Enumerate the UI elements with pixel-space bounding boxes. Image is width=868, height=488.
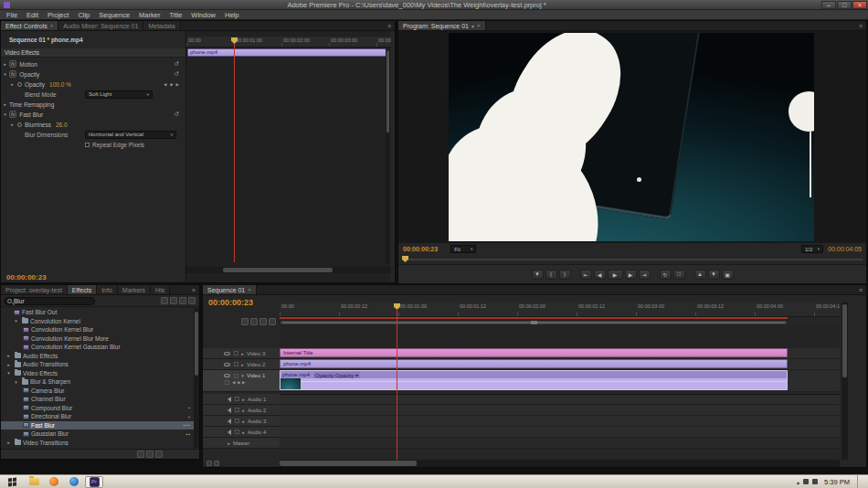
set-encore-chapter-icon[interactable] (250, 318, 258, 325)
toggle-track-audio-icon[interactable] (225, 419, 231, 424)
track-lane-video-2[interactable]: phone.mp4 (280, 359, 840, 370)
tab-project[interactable]: Project: overlay-test (1, 285, 68, 294)
maximize-button[interactable]: □ (837, 1, 852, 9)
chevron-down-icon[interactable]: ▾ (471, 23, 474, 29)
toggle-track-output-icon[interactable] (224, 363, 230, 366)
track-lane-video-1[interactable]: phone.mp4 Opacity:Opacity ▾ (280, 370, 840, 392)
add-keyframe-icon[interactable]: ◆ (237, 380, 239, 385)
twirl-icon[interactable]: ▾ (5, 370, 13, 376)
zoom-in-icon[interactable] (214, 461, 219, 466)
snap-icon[interactable] (241, 318, 249, 325)
twirl-icon[interactable]: ▸ (8, 81, 16, 87)
timeline-playhead[interactable] (397, 309, 397, 460)
search-input[interactable] (14, 298, 85, 304)
tab-history[interactable]: His (151, 285, 170, 294)
mark-in-button[interactable]: { (545, 270, 557, 280)
taskbar-firefox-icon[interactable] (45, 476, 63, 488)
edit-workspaces-icon[interactable] (269, 318, 276, 325)
twirl-icon[interactable]: ▸ (239, 397, 248, 402)
track-lane-video-3[interactable]: Internal Title (280, 348, 840, 359)
tray-volume-icon[interactable] (812, 479, 818, 484)
tree-item-channel-blur[interactable]: Channel Blur (1, 395, 194, 404)
effects-v-scrollbar-thumb[interactable] (195, 312, 198, 376)
mark-out-button[interactable]: } (559, 270, 571, 280)
twirl-icon[interactable]: ▸ (5, 440, 13, 445)
go-to-in-button[interactable]: ⇤ (580, 270, 592, 280)
playback-resolution-dropdown[interactable]: 1/2▾ (801, 245, 823, 253)
program-scrub-bar[interactable] (398, 255, 866, 264)
zoom-level-dropdown[interactable]: Fit▾ (450, 245, 476, 253)
trash-icon[interactable] (155, 451, 163, 458)
twirl-icon[interactable]: ▸ (238, 351, 247, 356)
scrub-playhead[interactable] (402, 256, 408, 262)
toggle-track-output-icon[interactable] (224, 352, 230, 355)
effect-row-motion[interactable]: ▸ fx Motion ↺ (1, 59, 184, 69)
timeline-h-scrollbar-thumb[interactable] (280, 461, 417, 466)
tree-folder-video-transitions[interactable]: ▸Video Transitions (1, 439, 194, 448)
twirl-icon[interactable]: ▸ (225, 440, 233, 446)
step-forward-button[interactable]: ▶ (625, 270, 637, 280)
toggle-track-audio-icon[interactable] (225, 408, 231, 413)
ec-timecode[interactable]: 00:00:00:23 (6, 273, 47, 281)
track-header-video-2[interactable]: ▸Video 2 (203, 359, 280, 370)
tree-item-convolution-kernel-blur-more[interactable]: Convolution Kernel Blur More (1, 334, 194, 344)
twirl-icon[interactable]: ▾ (12, 318, 20, 324)
keyframe-navigator[interactable]: ◀ ◆ ▶ (164, 82, 180, 87)
lift-button[interactable]: ▲ (694, 270, 706, 280)
twirl-icon[interactable]: ▾ (238, 373, 247, 378)
track-header-master[interactable]: ▸Master (203, 438, 280, 449)
tree-item-camera-blur[interactable]: Camera Blur (1, 387, 194, 396)
twirl-icon[interactable]: ▸ (239, 430, 248, 435)
taskbar-explorer-icon[interactable] (25, 476, 43, 488)
ec-clip-bar[interactable]: phone.mp4 (187, 48, 388, 57)
tree-item-compound-blur[interactable]: Compound Blur▪ (1, 404, 194, 413)
safe-margins-button[interactable]: □ (673, 270, 685, 280)
tree-item-directional-blur[interactable]: Directional Blur▪ (1, 412, 194, 421)
fx-badge-icon[interactable]: fx (9, 111, 16, 118)
blur-dimensions-dropdown[interactable]: Horizontal and Vertical▾ (85, 131, 176, 139)
loop-button[interactable]: ↻ (660, 270, 672, 280)
blurriness-value[interactable]: 26.0 (56, 122, 68, 128)
menu-file[interactable]: File (2, 11, 22, 19)
export-frame-button[interactable]: ▣ (722, 270, 734, 280)
tree-item-convolution-kernel-blur[interactable]: Convolution Kernel Blur (1, 325, 194, 334)
effect-row-opacity[interactable]: ▾ fx Opacity ↺ (1, 69, 184, 79)
fx-badge-icon[interactable]: fx (9, 60, 16, 68)
step-back-button[interactable]: ◀ (594, 270, 606, 280)
tree-folder-convolution-kernel[interactable]: ▾Convolution Kernel (1, 317, 194, 326)
panel-menu-icon[interactable]: ≡ (855, 285, 866, 294)
timeline-v-scrollbar-thumb[interactable] (842, 304, 847, 377)
menu-marker[interactable]: Marker (134, 11, 164, 19)
toggle-track-audio-icon[interactable] (225, 397, 231, 402)
delete-icon[interactable] (188, 297, 196, 304)
timeline-v-scrollbar-track[interactable] (842, 302, 848, 460)
track-lane-audio-2[interactable] (280, 405, 840, 416)
track-header-audio-1[interactable]: ▸Audio 1 (203, 394, 280, 405)
effect-row-time-remapping[interactable]: ▸ Time Remapping (1, 100, 184, 109)
panel-menu-icon[interactable]: ≡ (855, 21, 866, 30)
twirl-icon[interactable]: ▸ (1, 61, 9, 67)
twirl-icon[interactable]: ▾ (12, 379, 20, 385)
close-tab-icon[interactable]: × (248, 287, 251, 292)
taskbar-premiere-icon[interactable]: Pr (85, 476, 103, 488)
minimize-button[interactable]: – (821, 1, 836, 9)
clip-effect-badge[interactable]: Opacity:Opacity ▾ (313, 372, 360, 378)
track-header-video-1[interactable]: ▾Video 1 ◀◆▶ (203, 370, 280, 392)
clip-internal-title[interactable]: Internal Title (280, 348, 788, 357)
clip-phone-mp4-v2[interactable]: phone.mp4 (280, 359, 788, 368)
tree-folder-audio-transitions[interactable]: ▸Audio Transitions (1, 360, 194, 369)
twirl-icon[interactable]: ▸ (239, 408, 248, 413)
taskbar-clock[interactable]: 5:39 PM (824, 478, 850, 486)
work-area-grip[interactable] (531, 321, 537, 324)
twirl-icon[interactable]: ▸ (5, 362, 13, 367)
go-to-out-button[interactable]: ⇥ (639, 270, 651, 280)
opacity-value[interactable]: 100.0 % (49, 81, 71, 88)
scrub-track[interactable] (402, 259, 863, 260)
menu-edit[interactable]: Edit (22, 11, 43, 19)
ec-h-scrollbar-track[interactable] (186, 267, 391, 273)
program-timecode[interactable]: 00:00:00:23 (403, 246, 438, 252)
repeat-edge-checkbox[interactable] (85, 143, 90, 147)
menu-sequence[interactable]: Sequence (94, 11, 134, 19)
twirl-icon[interactable]: ▸ (8, 122, 16, 127)
twirl-icon[interactable]: ▾ (1, 111, 9, 117)
